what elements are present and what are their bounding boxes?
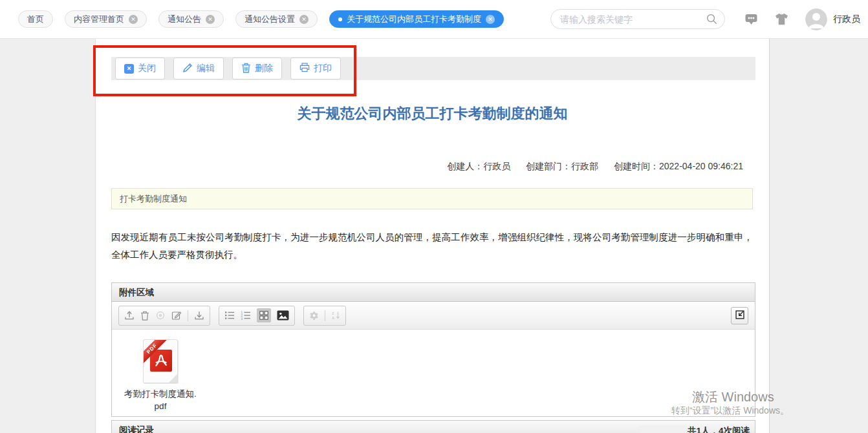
tab-home[interactable]: 首页 [18,10,53,28]
notice-summary-box: 打卡考勤制度通知 [111,188,753,209]
view-switch-group: 123 [219,306,295,326]
message-icon[interactable] [744,14,758,25]
bullet-list-view-icon[interactable] [224,311,235,320]
notice-meta: 创建人：行政员 创建部门：行政部 创建时间：2022-04-20 09:46:2… [447,161,743,173]
collapse-arrow-icon [734,309,746,323]
attachment-section: 附件区域 [111,282,755,417]
svg-text:A: A [332,316,335,320]
settings-gear-icon [309,311,319,321]
upload-icon[interactable] [124,310,135,321]
delete-button[interactable]: 删除 [232,58,282,79]
tag-tabs: 首页 内容管理首页 ✕ 通知公告 ✕ 通知公告设置 ✕ 关于规范公司内部员工打卡… [18,10,504,28]
notice-body: 因发现近期有员工未按公司考勤制度打卡，为进一步规范机公司人员的管理，提高工作效率… [111,229,753,264]
creator-value: 行政员 [483,161,510,171]
trash-icon [241,63,251,75]
attachment-file-list: PDF 考勤打卡制度通知.pdf [112,330,755,416]
close-square-icon: ✕ [124,64,134,74]
search-input[interactable] [550,9,725,29]
tab-label: 内容管理首页 [74,14,124,25]
creator-label: 创建人： [447,161,483,171]
reading-stats: 共1人，4次阅读 [688,425,750,433]
grid-view-icon[interactable] [257,308,271,322]
preview-icon [155,310,166,321]
screen: 首页 内容管理首页 ✕ 通知公告 ✕ 通知公告设置 ✕ 关于规范公司内部员工打卡… [0,0,868,433]
divider [325,310,325,321]
file-action-group [118,306,210,326]
active-dot-icon [338,17,342,21]
user-name[interactable]: 行政员 [833,14,860,25]
close-button-label: 关闭 [138,63,156,74]
theme-shirt-icon[interactable] [775,13,788,25]
printer-icon [299,63,310,74]
tab-close-icon[interactable]: ✕ [129,15,138,24]
attachment-toolbar: 123 ZA [112,302,755,330]
print-button-label: 打印 [314,63,332,74]
edit-file-icon[interactable] [171,310,182,321]
pencil-icon [182,63,193,75]
file-item-pdf[interactable]: PDF 考勤打卡制度通知.pdf [122,339,199,412]
tab-close-icon[interactable]: ✕ [299,15,309,24]
tab-close-icon[interactable]: ✕ [206,15,215,24]
time-label: 创建时间： [614,161,659,171]
tab-notice[interactable]: 通知公告 ✕ [158,10,224,28]
attachment-section-title: 附件区域 [112,283,755,302]
tab-label: 通知公告 [168,14,201,25]
edit-button[interactable]: 编辑 [173,58,224,79]
time-value: 2022-04-20 09:46:21 [659,161,743,171]
action-toolbar: ✕ 关闭 编辑 删除 打印 [111,57,755,80]
close-button[interactable]: ✕ 关闭 [115,58,165,79]
image-view-icon[interactable] [277,310,289,321]
tab-label: 关于规范公司内部员工打卡考勤制度 [347,14,481,25]
pdf-file-icon: PDF [143,339,178,383]
global-search [550,9,725,29]
tab-notice-settings[interactable]: 通知公告设置 ✕ [235,10,318,28]
numbered-list-view-icon[interactable]: 123 [241,311,251,320]
reading-header-inset [640,425,686,433]
notice-detail-panel: ✕ 关闭 编辑 删除 打印 关于规范公司内部 [95,39,770,433]
dept-label: 创建部门： [526,161,571,171]
reading-record-section: 阅读记录 共1人，4次阅读 [111,420,755,433]
tab-close-icon[interactable]: ✕ [486,15,495,24]
delete-button-label: 删除 [255,63,273,74]
page-fold [169,374,177,383]
svg-text:Z: Z [332,312,334,315]
collapse-panel-button[interactable] [731,307,748,324]
tab-label: 首页 [27,14,44,25]
misc-tools-group: ZA [303,306,346,326]
tab-notice-detail-active[interactable]: 关于规范公司内部员工打卡考勤制度 ✕ [329,10,504,28]
top-bar: 首页 内容管理首页 ✕ 通知公告 ✕ 通知公告设置 ✕ 关于规范公司内部员工打卡… [0,0,868,39]
divider [188,310,188,321]
download-icon[interactable] [194,310,204,321]
tab-label: 通知公告设置 [244,14,295,25]
trash-icon[interactable] [140,311,149,321]
sort-icon: ZA [331,311,340,320]
edit-button-label: 编辑 [197,63,215,74]
notice-title: 关于规范公司内部员工打卡考勤制度的通知 [96,104,769,123]
svg-text:3: 3 [241,317,243,320]
dept-value: 行政部 [571,161,598,171]
print-button[interactable]: 打印 [290,58,341,79]
search-icon[interactable] [706,13,717,27]
reading-record-title: 阅读记录 [119,425,154,433]
avatar[interactable] [805,8,827,30]
file-name: 考勤打卡制度通知.pdf [124,388,197,412]
tab-content-manage[interactable]: 内容管理首页 ✕ [65,10,147,28]
